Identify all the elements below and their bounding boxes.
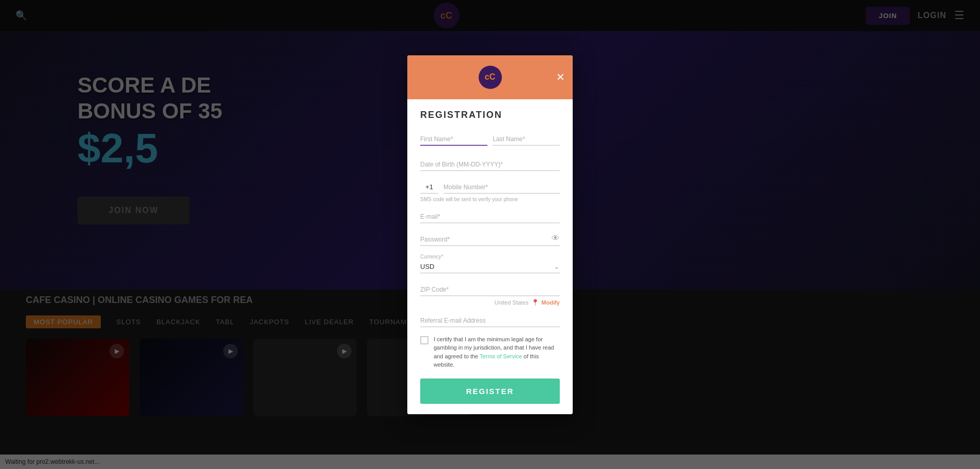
location-pin-icon: 📍	[531, 299, 539, 306]
phone-number-input[interactable]	[443, 179, 560, 194]
email-input[interactable]	[420, 208, 560, 223]
password-group: 👁	[420, 231, 560, 246]
modify-location-link[interactable]: Modify	[542, 299, 560, 306]
terms-checkbox[interactable]	[420, 336, 428, 344]
location-text: United States	[495, 299, 529, 306]
password-input[interactable]	[420, 231, 560, 246]
currency-group: Currency* USD ⌄	[420, 254, 560, 274]
first-name-input[interactable]	[420, 131, 487, 146]
referral-group	[420, 312, 560, 327]
referral-input[interactable]	[420, 312, 560, 327]
dob-input[interactable]	[420, 156, 560, 171]
sms-note: SMS code will be sent to verify your pho…	[420, 196, 560, 202]
register-button[interactable]: REGISTER	[420, 379, 560, 404]
terms-checkbox-row: I certify that I am the minimum legal ag…	[420, 335, 560, 369]
modal-body: REGISTRATION SMS code will be sent to ve…	[407, 99, 573, 414]
phone-code-input[interactable]	[420, 179, 438, 194]
name-row	[420, 131, 560, 154]
modal-close-button[interactable]: ✕	[556, 71, 565, 83]
location-row: United States 📍 Modify	[420, 299, 560, 306]
terms-of-service-link[interactable]: Terms of Service	[480, 353, 522, 359]
zip-group	[420, 281, 560, 296]
currency-label: Currency*	[420, 254, 560, 260]
last-name-input[interactable]	[493, 131, 560, 146]
email-group	[420, 208, 560, 223]
modal-title: REGISTRATION	[420, 110, 560, 120]
dob-group	[420, 156, 560, 171]
phone-row	[420, 179, 560, 194]
modal-header: cC ✕	[407, 55, 573, 99]
modal-logo: cC	[479, 66, 502, 89]
toggle-password-icon[interactable]: 👁	[552, 234, 560, 243]
currency-select[interactable]: USD	[420, 261, 560, 274]
registration-modal: cC ✕ REGISTRATION SMS code will be sent …	[407, 55, 573, 414]
terms-label: I certify that I am the minimum legal ag…	[434, 335, 560, 369]
zip-input[interactable]	[420, 281, 560, 296]
last-name-group	[493, 131, 560, 146]
first-name-group	[420, 131, 487, 146]
